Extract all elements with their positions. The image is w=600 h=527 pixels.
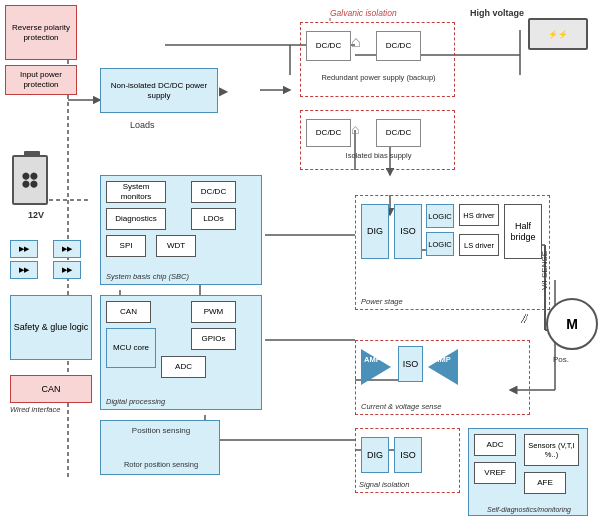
rotor-sensing-label: Rotor position sensing [106,460,216,469]
logic-bot-block: LOGIC [426,232,454,256]
wdt-block: WDT [156,235,196,257]
sbc-group: System monitors DC/DC Diagnostics LDOs S… [100,175,262,285]
transformer-icon-1: ⌂ [351,33,361,51]
adc-diag-label: ADC [487,440,504,450]
gpios-label: GPIOs [201,334,225,344]
signal-isolation-label: Signal isolation [359,480,409,489]
spi-label: SPI [120,241,133,251]
high-voltage-label: High voltage [470,8,524,18]
iso-power-block: ISO [394,204,422,259]
reverse-polarity-label: Reverse polarity protection [6,23,76,42]
arrow-right-1: ▶ [219,84,228,98]
isolated-bias-label: Isolated bias supply [306,151,451,160]
isolated-dcdc-top-label: DC/DC [316,128,341,138]
redundant-dcdc-top: DC/DC [306,31,351,61]
redundant-dcdc-top-label: DC/DC [316,41,341,51]
afe-label: AFE [537,478,553,488]
transformer-icon-2: ⌂ [351,121,359,137]
adc-diag-block: ADC [474,434,516,456]
adc-mcu-label: ADC [175,362,192,372]
iso-sense-block: ISO [398,346,423,382]
high-voltage-connector: ⚡⚡ [528,18,588,50]
ldos-block: LDOs [191,208,236,230]
isolated-dcdc-top: DC/DC [306,119,351,147]
diagnostics-label: Diagnostics [115,214,156,224]
wdt-label: WDT [167,241,185,251]
connector-icons: ▶▶ ▶▶ ▶▶ ▶▶ [10,240,92,279]
amp-left-label: AMP [364,355,381,364]
half-bridge-block: Half bridge [504,204,542,259]
dig-label: DIG [367,226,383,237]
half-bridge-label: Half bridge [505,221,541,243]
vref-block: VREF [474,462,516,484]
diagram-container: Reverse polarity protection Input power … [0,0,600,527]
pwm-block: PWM [191,301,236,323]
sbc-label: System basis chip (SBC) [106,272,189,281]
sensors-block: Sensors (V,T,I %..) [524,434,579,466]
ls-driver-block: LS driver [459,234,499,256]
position-sensing-group: Position sensing Rotor position sensing [100,420,220,475]
nonisolated-dcdc-block: Non-isolated DC/DC power supply [100,68,218,113]
motor-block: M [546,298,598,350]
motor-connection-lines: ⫽ [518,310,532,326]
self-diagnostics-label: Self-diagnostics/monitoring [472,506,586,513]
current-voltage-label: Current & voltage sense [361,402,441,411]
mcu-core-block: MCU core [106,328,156,368]
self-diagnostics-group: ADC Sensors (V,T,I %..) VREF AFE Self-di… [468,428,588,516]
input-power-block: Input power protection [5,65,77,95]
safety-glue-label: Safety & glue logic [14,322,89,333]
sensors-label: Sensors (V,T,I %..) [525,441,578,459]
vref-label: VREF [484,468,505,478]
isolated-dcdc-bot: DC/DC [376,119,421,147]
digital-processing-label: Digital processing [106,397,165,406]
dig-iso-block: DIG [361,437,389,473]
signal-isolation-group: DIG ISO Signal isolation [355,428,460,493]
dig-block: DIG [361,204,389,259]
redundant-psu-group: DC/DC ⌂ DC/DC Redundant power supply (ba… [300,22,455,97]
battery-icon: ⬤⬤⬤⬤ [12,155,48,205]
power-stage-label: Power stage [361,297,403,306]
digital-processing-group: CAN PWM MCU core GPIOs ADC Digital proce… [100,295,262,410]
redundant-dcdc-bot: DC/DC [376,31,421,61]
adc-mcu-block: ADC [161,356,206,378]
vi-sense-label: V/I SENSE [540,230,549,290]
position-sensing-label: Position sensing [106,426,216,435]
connector-1: ▶▶ [10,240,38,258]
isolated-dcdc-bot-label: DC/DC [386,128,411,138]
loads-label: Loads [130,120,155,130]
system-monitors-block: System monitors [106,181,166,203]
wired-interface-label: Wired interface [10,405,60,414]
current-voltage-group: AMP ISO AMP Current & voltage sense [355,340,530,415]
galvanic-isolation-label: Galvanic isolation [330,8,397,18]
dcdc-sbc-label: DC/DC [201,187,226,197]
dcdc-sbc-block: DC/DC [191,181,236,203]
motor-label: M [566,316,578,332]
system-monitors-label: System monitors [107,182,165,201]
connector-3: ▶▶ [10,261,38,279]
can-wired-label: CAN [41,384,60,395]
gpios-block: GPIOs [191,328,236,350]
amp-right-label: AMP [434,355,451,364]
redundant-psu-label: Redundant power supply (backup) [306,73,451,82]
logic-top-block: LOGIC [426,204,454,228]
can-mcu-block: CAN [106,301,151,323]
ls-driver-label: LS driver [464,241,494,250]
hs-driver-block: HS driver [459,204,499,226]
pwm-label: PWM [204,307,224,317]
afe-block: AFE [524,472,566,494]
iso-sig-block: ISO [394,437,422,473]
diagnostics-block: Diagnostics [106,208,166,230]
connector-4: ▶▶ [53,261,81,279]
ldos-label: LDOs [203,214,223,224]
logic-bot-label: LOGIC [428,240,451,249]
iso-sig-label: ISO [400,450,416,461]
dig-iso-label: DIG [367,450,383,461]
hs-driver-label: HS driver [463,211,494,220]
voltage-label: 12V [28,210,44,220]
nonisolated-dcdc-label: Non-isolated DC/DC power supply [101,81,217,100]
mcu-core-label: MCU core [113,343,149,353]
can-mcu-label: CAN [120,307,137,317]
pos-label: Pos. [553,355,569,364]
can-wired-block: CAN [10,375,92,403]
iso-sense-label: ISO [403,359,419,370]
